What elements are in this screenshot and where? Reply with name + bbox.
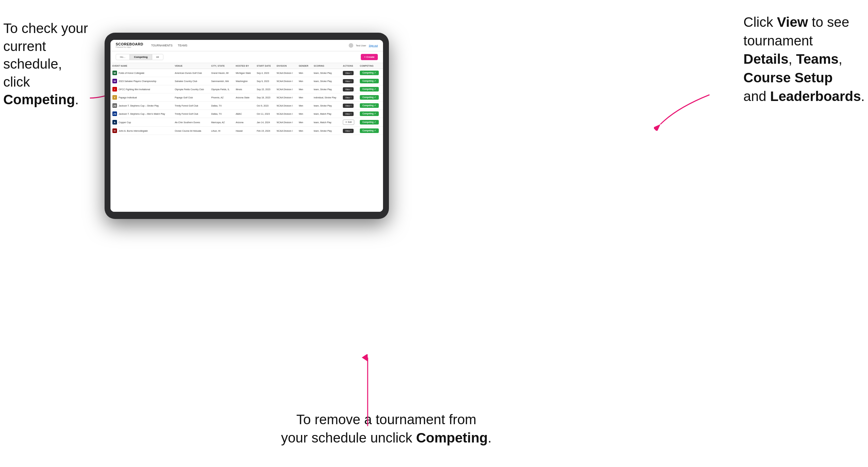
competing-button[interactable]: Competing ✓ xyxy=(360,120,379,125)
cell-competing: Competing ✓ xyxy=(358,102,383,110)
cell-event-name: A Copper Cup xyxy=(111,118,173,127)
cell-hosted-by xyxy=(234,102,255,110)
team-logo: I xyxy=(113,87,117,92)
cell-hosted-by: Illinois xyxy=(234,85,255,93)
event-name-text: Jackson T. Stephens Cup – Men's Match Pl… xyxy=(119,113,165,115)
tab-competing[interactable]: Competing xyxy=(130,54,152,60)
event-name-text: Papago Individual xyxy=(119,96,137,99)
cell-city-state: Dallas, TX xyxy=(209,110,234,118)
cell-gender: Men xyxy=(297,69,312,77)
competing-button[interactable]: Competing ✓ xyxy=(360,112,379,116)
cell-venue: American Dunes Golf Club xyxy=(173,69,209,77)
cell-actions: View ℹ xyxy=(341,69,358,77)
event-name-text: 2023 Sahalee Players Championship xyxy=(119,80,156,82)
table-row: H John A. Burns Intercollegiate Ocean Co… xyxy=(111,127,383,135)
cell-scoring: team, Stroke Play xyxy=(312,85,341,93)
cell-competing: Competing ✓ xyxy=(358,77,383,85)
cell-scoring: team, Stroke Play xyxy=(312,77,341,85)
table-header-row: EVENT NAME VENUE CITY, STATE HOSTED BY S… xyxy=(111,63,383,69)
tournament-table-container: EVENT NAME VENUE CITY, STATE HOSTED BY S… xyxy=(111,63,383,212)
cell-gender: Men xyxy=(297,110,312,118)
annotation-bottom: To remove a tournament from your schedul… xyxy=(281,410,492,447)
cell-actions: View ℹ xyxy=(341,110,358,118)
cell-actions: View ℹ xyxy=(341,127,358,135)
cell-gender: Men xyxy=(297,118,312,127)
team-logo: JS xyxy=(113,112,117,116)
cell-actions: View ℹ xyxy=(341,93,358,102)
col-scoring: SCORING xyxy=(312,63,341,69)
competing-button[interactable]: Competing ✓ xyxy=(360,71,379,75)
view-button[interactable]: View ℹ xyxy=(343,95,353,100)
tab-home[interactable]: Ho... xyxy=(116,54,130,60)
cell-division: NCAA Division I xyxy=(275,118,297,127)
cell-gender: Men xyxy=(297,127,312,135)
cell-start-date: Sep 9, 2023 xyxy=(255,77,275,85)
annotation-top-right: Click View to see tournament Details, Te… xyxy=(743,13,865,105)
event-name-text: Copper Cup xyxy=(119,121,131,124)
table-row: JS Jackson T. Stephens Cup – Men's Match… xyxy=(111,110,383,118)
cell-gender: Men xyxy=(297,102,312,110)
col-actions: ACTIONS xyxy=(341,63,358,69)
view-button[interactable]: View ℹ xyxy=(343,103,353,108)
cell-scoring: team, Match Play xyxy=(312,118,341,127)
competing-button[interactable]: Competing ✓ xyxy=(360,79,379,83)
table-row: A Copper Cup Ak-Chin Southern DunesMaric… xyxy=(111,118,383,127)
cell-division: NCAA Division I xyxy=(275,93,297,102)
event-name-text: Jackson T. Stephens Cup – Stroke Play xyxy=(119,104,159,107)
competing-button[interactable]: Competing ✓ xyxy=(360,103,379,108)
table-row: M Folds of Honor Collegiate American Dun… xyxy=(111,69,383,77)
cell-division: NCAA Division I xyxy=(275,77,297,85)
tab-all[interactable]: All xyxy=(152,54,163,60)
cell-scoring: team, Stroke Play xyxy=(312,127,341,135)
arrow-bottom-competing xyxy=(361,354,374,426)
cell-start-date: Sep 4, 2023 xyxy=(255,69,275,77)
cell-competing: Competing ✓ xyxy=(358,69,383,77)
cell-event-name: JS Jackson T. Stephens Cup – Stroke Play xyxy=(111,102,173,110)
cell-scoring: team, Match Play xyxy=(312,110,341,118)
cell-hosted-by: Michigan State xyxy=(234,69,255,77)
cell-venue: Olympia Fields Country Club xyxy=(173,85,209,93)
cell-competing: Competing ✓ xyxy=(358,85,383,93)
view-button[interactable]: View ℹ xyxy=(343,71,353,75)
cell-city-state: Olympia Fields, IL xyxy=(209,85,234,93)
edit-button[interactable]: ✏ Edit xyxy=(343,120,354,125)
competing-button[interactable]: Competing ✓ xyxy=(360,95,379,100)
create-button[interactable]: + Create xyxy=(361,54,378,60)
cell-competing: Competing ✓ xyxy=(358,110,383,118)
col-event-name: EVENT NAME xyxy=(111,63,173,69)
event-name-text: John A. Burns Intercollegiate xyxy=(119,130,148,132)
sign-out-link[interactable]: Sign out xyxy=(369,44,378,47)
team-logo: A xyxy=(113,120,117,125)
cell-scoring: team, Stroke Play xyxy=(312,102,341,110)
competing-button[interactable]: Competing ✓ xyxy=(360,87,379,92)
team-logo: W xyxy=(113,79,117,83)
view-button[interactable]: View ℹ xyxy=(343,87,353,92)
brand-sub: Powered by clippi xyxy=(116,46,143,49)
cell-gender: Men xyxy=(297,93,312,102)
tablet-device: SCOREBOARD Powered by clippi TOURNAMENTS… xyxy=(104,33,389,219)
competing-button[interactable]: Competing ✓ xyxy=(360,128,379,133)
cell-hosted-by: Arizona State xyxy=(234,93,255,102)
team-logo: JS xyxy=(113,103,117,108)
nav-link-teams[interactable]: TEAMS xyxy=(178,44,187,47)
cell-actions: ✏ Edit xyxy=(341,118,358,127)
cell-hosted-by: ABAC xyxy=(234,110,255,118)
view-button[interactable]: View ℹ xyxy=(343,112,353,116)
cell-scoring: team, Stroke Play xyxy=(312,69,341,77)
view-button[interactable]: View ℹ xyxy=(343,129,353,133)
scoreboard-brand: SCOREBOARD Powered by clippi xyxy=(116,42,143,49)
cell-venue: Ocean Course At Hokuala xyxy=(173,127,209,135)
cell-city-state: Lihue, HI xyxy=(209,127,234,135)
table-row: W 2023 Sahalee Players Championship Saha… xyxy=(111,77,383,85)
nav-link-tournaments[interactable]: TOURNAMENTS xyxy=(151,44,173,47)
cell-actions: View ℹ xyxy=(341,85,358,93)
cell-division: NCAA Division I xyxy=(275,110,297,118)
filter-tabs: Ho... Competing All xyxy=(116,54,163,60)
view-button[interactable]: View ℹ xyxy=(343,79,353,83)
cell-venue: Trinity Forest Golf Club xyxy=(173,102,209,110)
col-competing: COMPETING xyxy=(358,63,383,69)
table-row: I OFCC Fighting Illini Invitational Olym… xyxy=(111,85,383,93)
tablet-screen: SCOREBOARD Powered by clippi TOURNAMENTS… xyxy=(111,40,383,212)
cell-hosted-by: Hawaii xyxy=(234,127,255,135)
cell-start-date: Sep 18, 2023 xyxy=(255,93,275,102)
